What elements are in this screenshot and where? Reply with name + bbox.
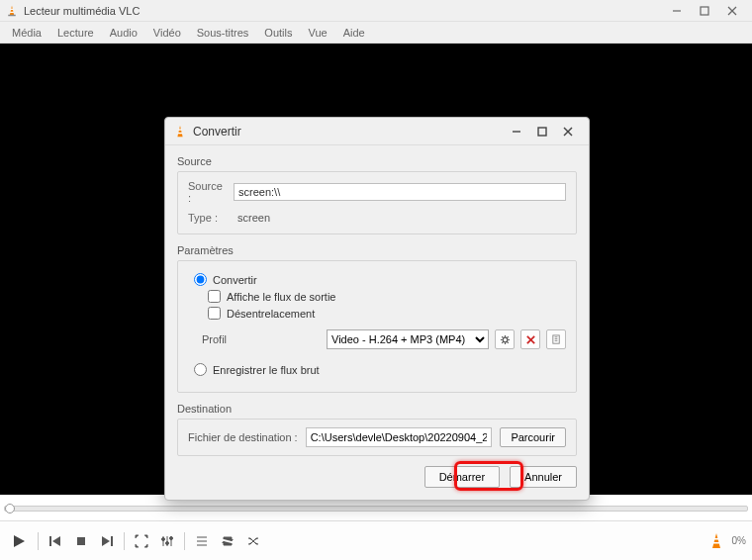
profile-label: Profil (202, 333, 321, 345)
main-titlebar: Lecteur multimédia VLC (0, 0, 752, 22)
profile-select[interactable]: Video - H.264 + MP3 (MP4) (327, 329, 489, 349)
menu-soustitres[interactable]: Sous-titres (189, 25, 257, 41)
browse-button[interactable]: Parcourir (500, 427, 566, 447)
volume-icon[interactable] (706, 531, 726, 551)
menu-audio[interactable]: Audio (102, 25, 145, 41)
source-value-field[interactable]: screen:\\ (234, 183, 566, 201)
raw-radio-label: Enregistrer le flux brut (213, 364, 320, 376)
timeline-thumb[interactable] (5, 504, 15, 513)
vlc-logo-icon (6, 5, 18, 17)
svg-marker-25 (712, 533, 720, 548)
svg-rect-5 (701, 7, 708, 15)
window-title: Lecteur multimédia VLC (24, 5, 140, 17)
deinterlace-label: Désentrelacement (227, 308, 315, 320)
svg-rect-26 (713, 538, 718, 540)
edit-profile-button[interactable] (495, 329, 515, 349)
show-output-checkbox[interactable] (208, 290, 221, 303)
vlc-logo-icon (173, 125, 187, 139)
dest-input[interactable] (306, 427, 493, 447)
separator (124, 532, 125, 550)
menu-aide[interactable]: Aide (335, 25, 373, 41)
delete-profile-button[interactable] (520, 329, 540, 349)
separator (184, 532, 185, 550)
convert-dialog: Convertir Source Source : screen:\\ Type… (164, 117, 590, 501)
convert-radio[interactable] (194, 273, 207, 286)
new-profile-button[interactable] (546, 329, 566, 349)
svg-rect-3 (8, 14, 16, 16)
svg-point-35 (503, 337, 508, 342)
loop-button[interactable] (217, 530, 238, 552)
play-button[interactable] (6, 528, 32, 554)
dialog-close-button[interactable] (555, 121, 581, 142)
close-button[interactable] (718, 0, 746, 22)
timeline[interactable] (4, 503, 748, 514)
dialog-title: Convertir (193, 125, 241, 139)
raw-radio[interactable] (194, 363, 207, 376)
cancel-button[interactable]: Annuler (510, 466, 577, 488)
timeline-track[interactable] (4, 506, 748, 512)
convert-radio-label: Convertir (213, 274, 257, 286)
separator (38, 532, 39, 550)
menu-vue[interactable]: Vue (300, 25, 334, 41)
maximize-button[interactable] (691, 0, 718, 22)
menu-bar: Média Lecture Audio Vidéo Sous-titres Ou… (0, 22, 752, 44)
menu-outils[interactable]: Outils (256, 25, 300, 41)
stop-button[interactable] (70, 530, 92, 552)
svg-marker-0 (10, 5, 15, 15)
start-button[interactable]: Démarrer (424, 466, 500, 488)
source-group-title: Source (177, 155, 577, 167)
svg-rect-12 (111, 536, 113, 546)
prev-button[interactable] (45, 530, 66, 552)
dest-label: Fichier de destination : (188, 431, 298, 443)
svg-rect-1 (11, 8, 14, 9)
svg-marker-28 (177, 125, 182, 136)
dest-group: Fichier de destination : Parcourir (177, 419, 577, 456)
params-group-title: Paramètres (177, 244, 577, 256)
show-output-label: Affiche le flux de sortie (227, 291, 335, 303)
playlist-button[interactable] (191, 530, 213, 552)
svg-rect-29 (178, 129, 181, 130)
extended-settings-button[interactable] (156, 530, 178, 552)
dialog-minimize-button[interactable] (504, 121, 529, 142)
svg-rect-9 (49, 536, 51, 546)
svg-rect-32 (538, 128, 546, 136)
svg-rect-2 (10, 11, 14, 12)
source-label: Source : (188, 180, 228, 204)
dest-group-title: Destination (177, 403, 577, 415)
params-group: Convertir Affiche le flux de sortie Dése… (177, 260, 577, 393)
fullscreen-button[interactable] (131, 530, 152, 552)
menu-video[interactable]: Vidéo (145, 25, 189, 41)
svg-rect-30 (178, 132, 182, 133)
type-label: Type : (188, 212, 228, 224)
deinterlace-checkbox[interactable] (208, 307, 221, 320)
svg-marker-10 (52, 536, 60, 546)
dialog-titlebar: Convertir (165, 118, 589, 145)
svg-marker-13 (102, 536, 110, 546)
next-button[interactable] (96, 530, 118, 552)
shuffle-button[interactable] (242, 530, 264, 552)
dialog-maximize-button[interactable] (529, 121, 555, 142)
menu-media[interactable]: Média (4, 25, 49, 41)
svg-rect-27 (713, 542, 719, 544)
minimize-button[interactable] (663, 0, 691, 22)
svg-marker-8 (14, 535, 25, 547)
player-controls: 0% (0, 520, 752, 560)
svg-point-19 (170, 536, 173, 539)
type-value: screen (234, 210, 566, 226)
svg-point-17 (162, 537, 165, 540)
svg-point-18 (166, 541, 169, 544)
volume-percent: 0% (732, 535, 746, 546)
source-group: Source : screen:\\ Type : screen (177, 171, 577, 234)
menu-lecture[interactable]: Lecture (49, 25, 102, 41)
svg-rect-11 (77, 537, 85, 545)
